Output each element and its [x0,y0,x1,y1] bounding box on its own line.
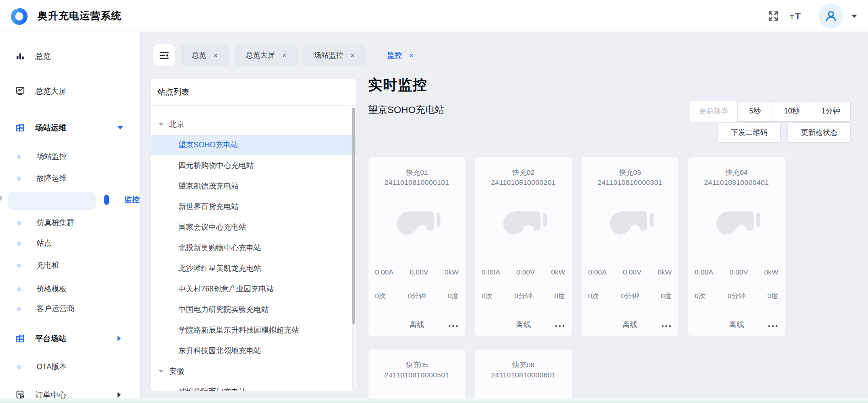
brand-logo-icon [9,6,29,26]
close-icon[interactable]: ✕ [213,53,218,59]
sidebar: 总览总览大屏场站运维场站监控故障运维监控仿真桩集群站点充电桩价格模板客户运营商平… [0,32,140,403]
charging-connector-icon [475,208,572,236]
charger-code: 2411010810000301 [582,178,678,187]
header-actions: T T [767,0,857,32]
tab-label: 监控 [387,51,402,60]
station-item[interactable]: 四元桥购物中心充电站 [151,156,356,176]
refresh-frequency-label: 更新频率 [690,101,737,122]
duration-value: 0分钟 [728,291,746,301]
menu-dot-icon [17,155,21,159]
freq-option-10s[interactable]: 10秒 [772,101,811,122]
sidebar-item-4[interactable]: 故障运维 [0,168,139,188]
station-item[interactable]: 东升科技园北领地充电站 [151,341,356,361]
sidebar-item-7[interactable]: 站点 [0,233,139,253]
chevron-right-icon [118,392,121,398]
sidebar-item-8[interactable]: 充电桩 [0,255,139,275]
station-item[interactable]: 中关村768创意产业园充电站 [151,279,356,299]
sidebar-item-label: 总览 [35,51,51,62]
tree-group-0[interactable]: 北京 [151,114,356,134]
menu-dot-icon [17,221,21,225]
tabbar: 总览✕总览大屏✕场站监控✕监控✕ [153,44,431,66]
sidebar-item-5[interactable]: 监控 [0,190,139,210]
menu-fold-icon[interactable] [153,44,175,66]
charger-code: 2411010810000501 [369,371,465,379]
sidebar-item-label: 客户运营商 [37,304,75,314]
sidebar-item-11[interactable]: 平台场站 [0,328,139,349]
charger-card-1: 快充0124110108100001010.00A0.00V0kW0次0分钟0度… [368,156,466,336]
more-dots-icon[interactable] [768,325,777,327]
energy-value: 0度 [448,291,459,301]
close-icon[interactable]: ✕ [409,53,414,59]
sessions-value: 0次 [588,291,599,301]
duration-value: 0分钟 [408,291,426,301]
sidebar-item-10[interactable]: 客户运营商 [0,299,139,319]
station-item[interactable]: 北投新奥购物中心充电站 [151,238,356,258]
tree-group-label: 安徽 [169,366,184,376]
close-icon[interactable]: ✕ [282,53,287,59]
more-dots-icon[interactable] [555,325,564,327]
sidebar-item-label: 价格模板 [37,284,67,294]
station-item[interactable]: 国家会议中心充电站 [151,217,356,237]
tree-caret-icon[interactable] [159,123,163,126]
sidebar-item-label: 场站运维 [35,123,66,133]
tab-3[interactable]: 监控✕ [375,44,426,66]
sidebar-item-2[interactable]: 场站运维 [0,118,139,138]
sidebar-item-label: 平台场站 [35,333,66,344]
station-item[interactable]: 蚌埠学院西门充电站 [151,382,356,391]
station-item[interactable]: 新世界百货充电站 [151,197,356,217]
bottom-edge-strip [0,398,868,403]
metrics-row-usage: 0次0分钟0度 [582,291,678,301]
metrics-row-usage: 0次0分钟0度 [688,291,785,301]
current-value: 0.00A [588,268,607,276]
metrics-row-electrical: 0.00A0.00V0kW [475,268,572,276]
active-menu-highlight [8,192,96,210]
header: 奥升充电运营系统 T T [0,0,868,32]
sidebar-item-label: 监控 [124,195,139,205]
update-gun-status-button[interactable]: 更新枪状态 [788,123,851,143]
station-item[interactable]: 中国电力研究院实验充电站 [151,300,356,320]
svg-text:T: T [790,14,794,21]
station-item[interactable]: 望京SOHO充电站 [151,135,356,155]
sidebar-item-0[interactable]: 总览 [0,46,139,66]
current-value: 0.00A [375,268,394,276]
tree-group-1[interactable]: 安徽 [151,361,356,382]
station-item[interactable]: 北沙滩红星美凯龙充电站 [151,258,356,279]
charging-connector-icon [582,208,678,236]
freq-option-1min[interactable]: 1分钟 [811,101,851,122]
user-avatar-icon[interactable] [819,4,843,28]
sidebar-item-label: 充电桩 [37,260,59,270]
send-qrcode-button[interactable]: 下发二维码 [718,123,781,143]
power-value: 0kW [445,268,459,276]
voltage-value: 0.00V [623,268,642,276]
sidebar-item-6[interactable]: 仿真桩集群 [0,213,139,233]
power-value: 0kW [551,268,565,276]
status-badge: 离线 [688,320,785,330]
sidebar-item-3[interactable]: 场站监控 [0,146,139,167]
station-item[interactable]: 学院路新辰里东升科技园模拟超充站 [151,320,356,340]
tab-2[interactable]: 场站监控✕ [303,44,366,66]
scrollbar-thumb[interactable] [352,108,355,324]
tree-caret-icon[interactable] [159,370,163,373]
more-dots-icon[interactable] [662,325,671,327]
sidebar-item-1[interactable]: 总览大屏 [0,81,139,101]
station-item[interactable]: 望京凯德茂充电站 [151,176,356,196]
font-size-icon[interactable]: T T [790,10,804,22]
fullscreen-icon[interactable] [767,10,779,22]
close-icon[interactable]: ✕ [350,53,355,59]
energy-value: 0度 [661,291,672,301]
sidebar-item-12[interactable]: OTA版本 [0,357,139,377]
tab-0[interactable]: 总览✕ [181,44,229,66]
tab-1[interactable]: 总览大屏✕ [235,44,298,66]
menu-dot-icon [17,263,21,268]
charger-name: 快充04 [688,168,785,177]
status-badge: 离线 [369,320,465,330]
menu-dot-icon [17,307,21,311]
sidebar-collapse-handle-icon[interactable] [0,195,3,201]
more-dots-icon[interactable] [449,325,458,327]
charger-code: 2411010810000401 [688,178,785,187]
menu-dot-icon [17,177,21,181]
charger-card-2: 快充0224110108100002010.00A0.00V0kW0次0分钟0度… [475,156,572,336]
dropdown-caret-icon[interactable] [852,15,857,18]
sidebar-item-9[interactable]: 价格模板 [0,279,139,299]
freq-option-5s[interactable]: 5秒 [737,101,772,122]
